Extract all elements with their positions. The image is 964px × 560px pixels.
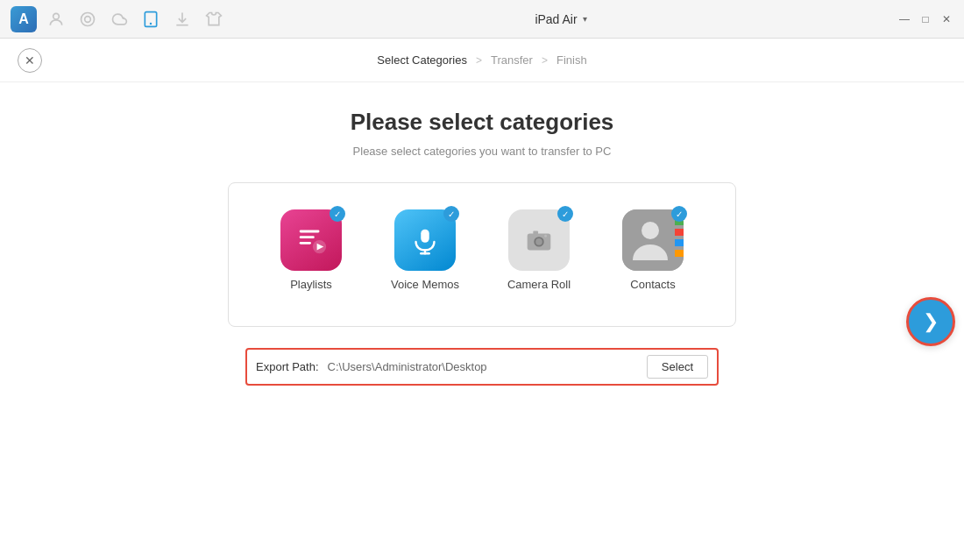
camera-roll-icon-wrap: ✓ <box>508 209 570 271</box>
content-wrapper: Please select categories Please select c… <box>0 82 964 560</box>
svg-point-0 <box>53 13 60 19</box>
breadcrumb-step-3: Finish <box>556 53 587 67</box>
categories-grid: ✓ Playlists <box>264 209 700 291</box>
svg-rect-8 <box>300 242 311 245</box>
person-nav-icon[interactable] <box>46 9 67 30</box>
categories-box: ✓ Playlists <box>228 182 736 327</box>
voice-memos-check: ✓ <box>443 206 459 222</box>
voice-memos-icon-wrap: ✓ <box>394 209 456 271</box>
app-icon: A <box>11 6 37 32</box>
ring-nav-icon[interactable] <box>77 9 98 30</box>
contacts-check: ✓ <box>671 206 687 222</box>
device-name-label: iPad Air ▾ <box>535 12 586 26</box>
breadcrumb-step-2: Transfer <box>491 53 533 67</box>
download-nav-icon[interactable] <box>172 9 193 30</box>
title-bar-left: A <box>11 6 224 32</box>
close-button[interactable]: ✕ <box>939 12 953 26</box>
svg-rect-22 <box>675 239 684 246</box>
svg-rect-21 <box>675 229 684 236</box>
category-camera-roll[interactable]: ✓ Camera Roll <box>500 209 578 291</box>
export-path-input[interactable] <box>328 360 638 373</box>
svg-point-16 <box>535 238 542 245</box>
minimize-button[interactable]: — <box>897 12 911 26</box>
svg-rect-11 <box>421 230 429 243</box>
voice-memos-label: Voice Memos <box>391 278 459 291</box>
export-path-label: Export Path: <box>256 360 319 373</box>
title-bar: A <box>0 0 964 39</box>
camera-roll-label: Camera Roll <box>507 278 571 291</box>
cloud-nav-icon[interactable] <box>109 9 130 30</box>
category-playlists[interactable]: ✓ Playlists <box>272 209 351 291</box>
window-controls: — □ ✕ <box>897 12 953 26</box>
category-contacts[interactable]: ✓ Contacts <box>613 209 692 291</box>
svg-point-18 <box>544 235 547 237</box>
breadcrumb-bar: ✕ Select Categories > Transfer > Finish <box>0 39 964 82</box>
close-dialog-button[interactable]: ✕ <box>18 48 42 73</box>
svg-point-2 <box>85 16 91 22</box>
svg-rect-23 <box>675 250 684 257</box>
playlists-icon-wrap: ✓ <box>280 209 342 271</box>
main-content: ✕ Select Categories > Transfer > Finish … <box>0 39 964 560</box>
svg-rect-7 <box>300 236 315 238</box>
svg-rect-6 <box>300 230 320 233</box>
svg-point-24 <box>641 222 659 239</box>
playlists-label: Playlists <box>290 278 332 291</box>
select-path-button[interactable]: Select <box>647 355 708 379</box>
content-area: Please select categories Please select c… <box>210 82 754 560</box>
nav-icons <box>46 9 224 30</box>
tshirt-nav-icon[interactable] <box>203 9 224 30</box>
breadcrumb-step-1: Select Categories <box>377 53 467 67</box>
svg-point-1 <box>82 12 95 25</box>
page-subtitle: Please select categories you want to tra… <box>353 145 612 158</box>
playlists-check: ✓ <box>330 206 345 222</box>
camera-roll-check: ✓ <box>557 206 573 222</box>
contacts-label: Contacts <box>630 278 675 291</box>
maximize-button[interactable]: □ <box>918 12 932 26</box>
next-button[interactable]: ❯ <box>906 297 955 346</box>
page-title: Please select categories <box>351 109 614 136</box>
category-voice-memos[interactable]: ✓ Voice Memos <box>386 209 464 291</box>
svg-rect-17 <box>533 231 538 235</box>
breadcrumb-sep-1: > <box>476 54 482 67</box>
device-dropdown-arrow[interactable]: ▾ <box>583 14 587 24</box>
contacts-icon-wrap: ✓ <box>622 209 684 271</box>
tablet-nav-icon[interactable] <box>140 9 161 30</box>
export-bar: Export Path: Select <box>245 348 719 386</box>
breadcrumb-sep-2: > <box>542 54 548 67</box>
